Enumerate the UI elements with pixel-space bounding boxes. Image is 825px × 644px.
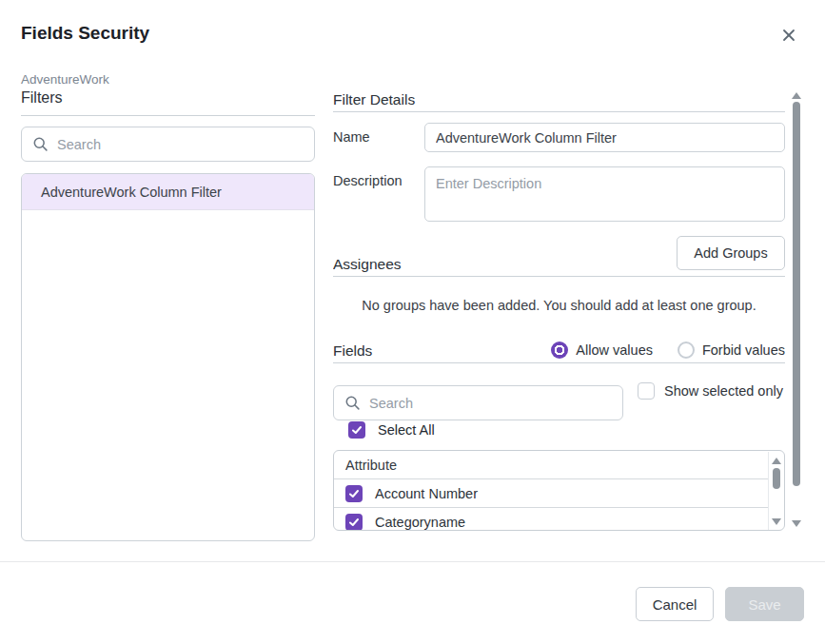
description-field[interactable] bbox=[424, 166, 785, 222]
check-icon bbox=[348, 488, 360, 499]
show-selected-only: Show selected only bbox=[638, 382, 783, 400]
scroll-down-icon[interactable] bbox=[792, 520, 801, 527]
list-item-label: AdventureWork Column Filter bbox=[41, 185, 222, 200]
filters-heading: Filters bbox=[21, 89, 315, 116]
check-icon bbox=[351, 424, 363, 436]
row-checkbox[interactable] bbox=[345, 485, 363, 502]
close-icon[interactable] bbox=[777, 24, 800, 47]
no-groups-message: No groups have been added. You should ad… bbox=[333, 298, 785, 313]
divider bbox=[333, 362, 785, 363]
show-selected-checkbox[interactable] bbox=[638, 382, 655, 400]
fields-search bbox=[333, 385, 623, 420]
name-field[interactable] bbox=[424, 123, 785, 152]
filter-details-panel: Filter Details Name Description Add Grou… bbox=[333, 91, 785, 533]
allow-values-label: Allow values bbox=[576, 342, 653, 358]
divider bbox=[333, 276, 785, 277]
scroll-down-icon[interactable] bbox=[772, 518, 781, 525]
fields-heading: Fields bbox=[333, 342, 372, 360]
add-groups-button[interactable]: Add Groups bbox=[677, 236, 785, 270]
scrollbar-thumb[interactable] bbox=[793, 102, 800, 486]
footer-divider bbox=[0, 561, 825, 562]
select-all: Select All bbox=[348, 421, 435, 439]
datasource-label: AdventureWork bbox=[21, 72, 315, 87]
scroll-up-icon[interactable] bbox=[772, 458, 781, 464]
filters-search bbox=[21, 127, 315, 162]
table-scrollbar[interactable] bbox=[768, 452, 783, 531]
fields-search-input[interactable] bbox=[369, 386, 622, 420]
allow-values-radio[interactable] bbox=[551, 342, 568, 359]
row-label: Categoryname bbox=[375, 515, 465, 530]
list-item-filter[interactable]: AdventureWork Column Filter bbox=[22, 174, 314, 210]
page-title: Fields Security bbox=[21, 23, 149, 44]
row-label: Account Number bbox=[375, 486, 478, 501]
filters-panel: AdventureWork Filters AdventureWork Colu… bbox=[21, 72, 315, 541]
filter-details-heading: Filter Details bbox=[333, 91, 415, 108]
filters-list: AdventureWork Column Filter bbox=[21, 173, 315, 541]
select-all-checkbox[interactable] bbox=[348, 421, 365, 439]
check-icon bbox=[348, 517, 360, 528]
table-row[interactable]: Account Number bbox=[334, 479, 768, 508]
forbid-values-label: Forbid values bbox=[702, 342, 785, 358]
show-selected-label: Show selected only bbox=[664, 383, 783, 399]
name-label: Name bbox=[333, 129, 370, 145]
filters-search-input[interactable] bbox=[57, 127, 314, 161]
values-mode-radio-group: Allow values Forbid values bbox=[551, 342, 785, 359]
search-icon bbox=[344, 395, 361, 411]
cancel-button[interactable]: Cancel bbox=[636, 587, 714, 621]
forbid-values-radio[interactable] bbox=[678, 342, 695, 359]
row-checkbox[interactable] bbox=[345, 514, 363, 531]
attributes-table: Attribute Account Number Categoryname bbox=[333, 450, 785, 531]
fields-security-modal: Fields Security AdventureWork Filters Ad… bbox=[0, 0, 825, 644]
save-button[interactable]: Save bbox=[725, 587, 804, 621]
description-label: Description bbox=[333, 173, 403, 188]
select-all-label: Select All bbox=[378, 422, 435, 438]
panel-scrollbar[interactable] bbox=[790, 90, 803, 539]
assignees-heading: Assignees bbox=[333, 256, 402, 273]
scroll-up-icon[interactable] bbox=[792, 92, 801, 99]
attribute-column-header: Attribute bbox=[334, 451, 768, 479]
scrollbar-thumb[interactable] bbox=[773, 468, 780, 489]
search-icon bbox=[32, 136, 49, 152]
divider bbox=[333, 111, 785, 112]
close-x-glyph bbox=[781, 28, 796, 43]
table-row[interactable]: Categoryname bbox=[334, 508, 768, 531]
